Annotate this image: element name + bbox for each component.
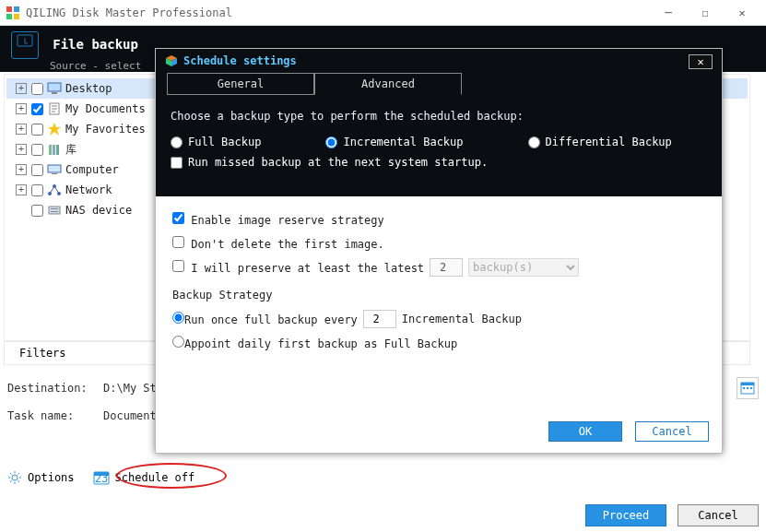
svg-rect-12 [48, 165, 61, 172]
svg-rect-0 [6, 6, 12, 12]
svg-rect-17 [49, 207, 60, 214]
close-button[interactable]: ✕ [724, 2, 760, 24]
task-name-label: Task name: [7, 409, 96, 422]
strategy-post-label: Incremental Backup [402, 313, 522, 325]
tree-label: 库 [65, 142, 77, 158]
svg-rect-10 [53, 145, 55, 155]
checkbox-enable-reserve[interactable]: Enable image reserve strategy [172, 212, 384, 227]
preserve-count-input[interactable] [430, 258, 463, 277]
svg-marker-8 [48, 123, 61, 136]
checkbox-dont-delete-first[interactable]: Don't delete the first image. [172, 236, 384, 251]
bottom-toolbar: Options 23 Schedule off [7, 461, 759, 494]
app-title: QILING Disk Master Professional [26, 6, 650, 19]
expander-icon[interactable]: + [16, 164, 27, 175]
svg-rect-19 [51, 211, 58, 212]
strategy-count-input[interactable] [363, 310, 396, 328]
svg-rect-13 [52, 173, 57, 174]
svg-rect-2 [6, 14, 12, 19]
backup-type-radios: Full Backup Incremental Backup Different… [156, 132, 722, 154]
svg-rect-18 [51, 208, 58, 209]
tree-label: NAS device [65, 204, 132, 217]
svg-rect-9 [49, 145, 52, 155]
schedule-button[interactable]: 23 Schedule off [93, 469, 195, 486]
tree-checkbox[interactable] [31, 103, 43, 115]
destination-value: D:\My St [103, 382, 157, 395]
computer-icon [47, 162, 62, 177]
tree-checkbox[interactable] [31, 144, 43, 156]
radio-differential-backup[interactable]: Differential Backup [528, 136, 672, 148]
svg-text:23: 23 [94, 472, 107, 485]
expander-icon[interactable]: + [16, 103, 27, 114]
tab-general[interactable]: General [167, 73, 314, 95]
svg-rect-22 [743, 387, 745, 389]
tab-advanced[interactable]: Advanced [314, 73, 462, 95]
schedule-icon: 23 [93, 469, 110, 486]
app-logo-icon [6, 6, 20, 20]
proceed-button[interactable]: Proceed [585, 504, 666, 526]
dialog-close-button[interactable]: ✕ [689, 54, 713, 69]
options-button[interactable]: Options [7, 470, 75, 485]
tree-label: Network [65, 183, 112, 196]
expander-icon[interactable]: + [16, 124, 27, 135]
calendar-icon [740, 381, 755, 396]
minimize-button[interactable]: ─ [650, 2, 687, 24]
radio-appoint-daily[interactable]: Appoint daily first backup as Full Backu… [172, 336, 457, 350]
tree-checkbox[interactable] [31, 164, 43, 176]
tree-checkbox[interactable] [31, 83, 43, 95]
expander-icon[interactable]: + [16, 144, 27, 155]
calendar-button[interactable] [737, 377, 759, 399]
svg-point-25 [12, 475, 18, 480]
svg-rect-1 [14, 6, 19, 12]
dialog-cancel-button[interactable]: Cancel [635, 421, 709, 442]
file-backup-icon [11, 31, 39, 59]
tree-label: My Favorites [65, 123, 146, 136]
svg-rect-6 [52, 92, 57, 94]
dialog-ok-button[interactable]: OK [548, 421, 622, 442]
expander-icon[interactable]: + [16, 184, 27, 195]
svg-rect-11 [56, 145, 59, 155]
tree-label: Computer [65, 163, 119, 176]
tree-checkbox[interactable] [31, 205, 43, 217]
maximize-button[interactable]: ☐ [687, 2, 724, 24]
preserve-unit-select[interactable]: backup(s) [468, 258, 579, 277]
backup-type-hint: Choose a backup type to perform the sche… [156, 95, 722, 132]
gear-icon [7, 470, 22, 485]
checkbox-run-missed[interactable]: Run missed backup at the next system sta… [171, 156, 707, 169]
svg-rect-5 [48, 83, 61, 91]
filters-label: Filters [19, 347, 66, 360]
schedule-settings-dialog: Schedule settings ✕ General Advanced Cho… [155, 48, 723, 454]
network-icon [47, 183, 62, 197]
radio-full-backup[interactable]: Full Backup [171, 136, 261, 148]
footer-buttons: Proceed Cancel [585, 504, 759, 526]
radio-run-once-every[interactable]: Run once full backup every [172, 312, 358, 326]
library-icon [47, 142, 62, 157]
tree-label: Desktop [65, 82, 112, 95]
star-icon [47, 122, 62, 136]
desktop-icon [47, 81, 62, 96]
svg-rect-21 [741, 383, 754, 385]
destination-label: Destination: [7, 382, 96, 395]
header-title: File backup [53, 37, 138, 52]
svg-rect-23 [747, 387, 748, 389]
checkbox-preserve-latest[interactable]: I will preserve at least the latest [172, 260, 424, 275]
nas-icon [47, 203, 62, 218]
tree-checkbox[interactable] [31, 124, 43, 136]
cube-icon [165, 54, 178, 67]
radio-incremental-backup[interactable]: Incremental Backup [325, 136, 463, 148]
titlebar: QILING Disk Master Professional ─ ☐ ✕ [0, 0, 766, 26]
documents-icon [47, 101, 62, 116]
backup-strategy-heading: Backup Strategy [172, 289, 705, 301]
header-subtitle: Source - select [50, 60, 141, 72]
tree-label: My Documents [65, 102, 146, 115]
svg-rect-3 [14, 14, 19, 19]
svg-rect-24 [750, 387, 752, 389]
dialog-tabs: General Advanced [156, 73, 722, 95]
expander-icon[interactable]: + [16, 83, 27, 94]
tree-checkbox[interactable] [31, 184, 43, 196]
dialog-title: Schedule settings [156, 49, 722, 73]
cancel-button[interactable]: Cancel [678, 504, 759, 526]
